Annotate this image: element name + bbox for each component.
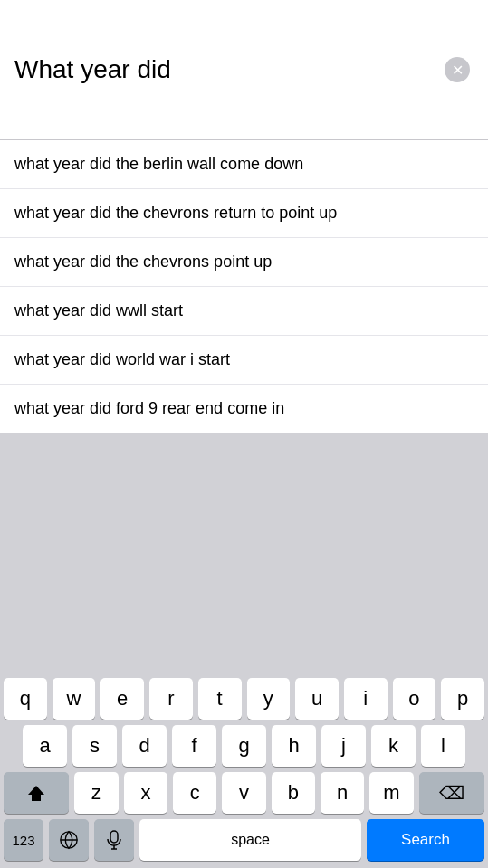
suggestion-text: what year did wwll start	[14, 301, 183, 320]
space-label: space	[231, 832, 270, 848]
num-key[interactable]: 123	[4, 819, 43, 861]
key-e[interactable]: e	[100, 678, 144, 720]
delete-key[interactable]: ⌫	[419, 772, 484, 814]
suggestion-item[interactable]: what year did the chevrons return to poi…	[0, 189, 488, 238]
search-button[interactable]: Search	[367, 819, 484, 861]
key-n[interactable]: n	[321, 772, 364, 814]
clear-button[interactable]: ✕	[441, 53, 474, 86]
shift-icon	[28, 786, 44, 801]
suggestion-text: what year did world war i start	[14, 350, 230, 369]
suggestions-list: what year did the berlin wall come down …	[0, 140, 488, 433]
suggestion-text: what year did ford 9 rear end come in	[14, 399, 284, 418]
suggestion-item[interactable]: what year did world war i start	[0, 336, 488, 385]
key-g[interactable]: g	[222, 725, 266, 767]
key-q[interactable]: q	[4, 678, 47, 720]
key-d[interactable]: d	[122, 725, 167, 767]
shift-key[interactable]	[4, 772, 69, 814]
search-bar: What year did ✕	[0, 0, 488, 140]
suggestion-text: what year did the chevrons return to poi…	[14, 204, 337, 223]
key-y[interactable]: y	[247, 678, 291, 720]
key-v[interactable]: v	[222, 772, 265, 814]
key-i[interactable]: i	[344, 678, 388, 720]
suggestion-text: what year did the chevrons point up	[14, 253, 272, 272]
search-label: Search	[401, 831, 450, 849]
delete-icon: ⌫	[439, 782, 464, 804]
key-u[interactable]: u	[295, 678, 339, 720]
suggestion-item[interactable]: what year did the chevrons point up	[0, 238, 488, 287]
key-m[interactable]: m	[369, 772, 413, 814]
key-f[interactable]: f	[172, 725, 216, 767]
key-t[interactable]: t	[198, 678, 242, 720]
key-x[interactable]: x	[124, 772, 167, 814]
keyboard-row-3: z x c v b n m ⌫	[0, 767, 488, 814]
key-c[interactable]: c	[173, 772, 216, 814]
key-j[interactable]: j	[321, 725, 366, 767]
mic-icon	[107, 830, 121, 850]
key-p[interactable]: p	[441, 678, 484, 720]
svg-rect-1	[110, 831, 118, 843]
globe-key[interactable]	[49, 819, 89, 861]
key-r[interactable]: r	[149, 678, 193, 720]
suggestion-item[interactable]: what year did ford 9 rear end come in	[0, 385, 488, 433]
suggestion-item[interactable]: what year did wwll start	[0, 287, 488, 336]
key-h[interactable]: h	[272, 725, 316, 767]
key-l[interactable]: l	[421, 725, 465, 767]
keyboard-row-2: a s d f g h j k l	[0, 720, 488, 767]
keyboard-bottom-row: 123 space Search	[0, 814, 488, 868]
key-a[interactable]: a	[23, 725, 67, 767]
suggestion-item[interactable]: what year did the berlin wall come down	[0, 140, 488, 189]
suggestion-text: what year did the berlin wall come down	[14, 155, 303, 174]
search-input[interactable]: What year did	[14, 55, 441, 84]
key-w[interactable]: w	[53, 678, 96, 720]
clear-icon: ✕	[445, 57, 470, 82]
key-b[interactable]: b	[272, 772, 315, 814]
globe-icon	[59, 830, 79, 850]
num-label: 123	[12, 833, 34, 848]
key-z[interactable]: z	[74, 772, 118, 814]
key-k[interactable]: k	[371, 725, 416, 767]
key-s[interactable]: s	[72, 725, 117, 767]
keyboard: q w e r t y u i o p a s d f g h j k l z …	[0, 672, 488, 868]
space-key[interactable]: space	[139, 819, 361, 861]
keyboard-row-1: q w e r t y u i o p	[0, 672, 488, 720]
key-o[interactable]: o	[393, 678, 436, 720]
mic-key[interactable]	[94, 819, 134, 861]
